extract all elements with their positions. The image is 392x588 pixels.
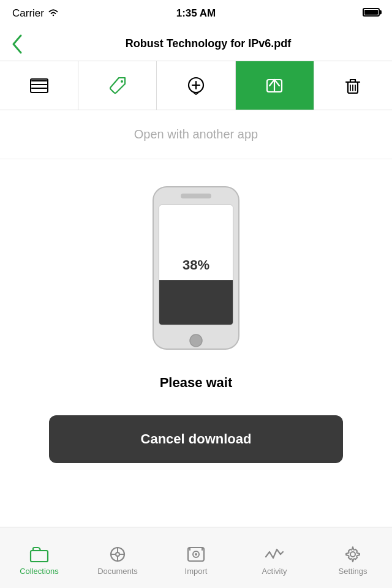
battery-indicator — [363, 8, 380, 19]
page-title: Robust Technology for IPv6.pdf — [34, 37, 382, 50]
toolbar — [0, 61, 392, 110]
collections-label: Collections — [20, 567, 59, 576]
svg-line-9 — [274, 80, 279, 86]
progress-area: 38% Please wait — [0, 159, 392, 409]
toolbar-stack-button[interactable] — [0, 61, 78, 110]
toolbar-export-button[interactable] — [236, 61, 314, 110]
back-button[interactable] — [10, 33, 34, 55]
svg-point-4 — [121, 80, 123, 83]
tab-activity[interactable]: Activity — [235, 540, 314, 576]
activity-icon — [265, 545, 284, 564]
settings-label: Settings — [339, 567, 368, 576]
documents-icon — [108, 545, 127, 564]
tab-import[interactable]: Import — [157, 540, 235, 576]
toolbar-delete-button[interactable] — [314, 61, 392, 110]
phone-illustration: 38% — [147, 184, 245, 355]
carrier-text: Carrier — [12, 7, 59, 20]
please-wait-text: Please wait — [160, 375, 233, 391]
svg-line-10 — [270, 80, 274, 86]
open-with-text: Open with another app — [134, 127, 258, 141]
svg-point-40 — [350, 552, 355, 557]
tab-settings[interactable]: Settings — [314, 540, 392, 576]
svg-text:38%: 38% — [183, 257, 209, 273]
svg-rect-21 — [181, 194, 211, 198]
collections-icon — [29, 545, 49, 564]
tab-bar: Collections Documents Impor — [0, 527, 392, 588]
status-time: 1:35 AM — [176, 7, 216, 20]
cancel-download-button[interactable]: Cancel download — [49, 415, 343, 463]
cancel-button-container: Cancel download — [0, 409, 392, 463]
tab-collections[interactable]: Collections — [0, 540, 78, 576]
tab-documents[interactable]: Documents — [78, 540, 157, 576]
documents-label: Documents — [97, 567, 138, 576]
nav-bar: Robust Technology for IPv6.pdf — [0, 27, 392, 61]
wifi-icon — [48, 9, 59, 19]
svg-point-27 — [190, 334, 202, 347]
import-label: Import — [185, 567, 208, 576]
svg-rect-28 — [31, 551, 48, 562]
status-bar: Carrier 1:35 AM — [0, 0, 392, 27]
import-icon — [186, 545, 206, 564]
open-with-section: Open with another app — [0, 110, 392, 159]
toolbar-comment-button[interactable] — [157, 61, 235, 110]
svg-point-37 — [195, 553, 197, 556]
toolbar-tag-button[interactable] — [78, 61, 157, 110]
activity-label: Activity — [262, 567, 287, 576]
svg-rect-25 — [159, 280, 233, 325]
settings-icon — [343, 545, 363, 564]
